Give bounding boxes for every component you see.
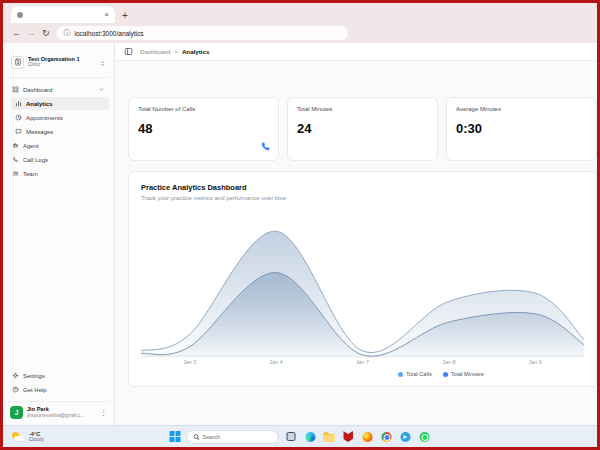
- task-view-icon[interactable]: [285, 430, 298, 443]
- site-info-icon[interactable]: ⓘ: [64, 28, 71, 38]
- bar-chart-icon: [15, 100, 22, 107]
- legend-label: Total Calls: [406, 371, 432, 377]
- bot-icon: [12, 142, 19, 149]
- sidebar-item-settings[interactable]: Settings: [8, 369, 109, 382]
- breadcrumb: Dashboard > Analytics: [140, 48, 209, 55]
- weather-text: -4°C Cloudy: [29, 431, 44, 443]
- new-tab-button[interactable]: +: [122, 10, 128, 21]
- user-name: Jin Park: [27, 406, 96, 413]
- phone-icon: [12, 156, 19, 163]
- browser-navbar: ← → ↻ ⓘ localhost:3000/analytics: [3, 23, 597, 43]
- sidebar-item-team[interactable]: Team: [8, 167, 109, 180]
- clock-icon: [15, 114, 22, 121]
- stat-card-value: 48: [138, 121, 269, 136]
- org-info: Test Organization 1 Clinic: [28, 56, 95, 68]
- x-tick-label: Jan 8: [442, 359, 455, 365]
- chevron-down-icon: [98, 86, 105, 93]
- area-chart: Jan 3Jan 4Jan 7Jan 8Jan 9 Total CallsTot…: [141, 210, 584, 377]
- app-window: Test Organization 1 Clinic Dashboard Ana…: [3, 43, 597, 425]
- weather-widget[interactable]: -4°C Cloudy: [11, 431, 44, 443]
- x-tick-label: Jan 4: [270, 359, 283, 365]
- stat-card-total-calls: Total Number of Calls 48: [128, 97, 279, 161]
- tab-strip: × +: [3, 3, 597, 23]
- chart-legend: Total CallsTotal Minutes: [398, 371, 584, 377]
- screenshot-frame: × + ← → ↻ ⓘ localhost:3000/analytics Tes…: [0, 0, 600, 450]
- sidebar-item-call-logs[interactable]: Call Logs: [8, 153, 109, 166]
- legend-item[interactable]: Total Minutes: [443, 371, 484, 377]
- edge-icon[interactable]: [304, 430, 317, 443]
- sidebar-item-appointments[interactable]: Appointments: [11, 111, 109, 124]
- sidebar-toggle-icon[interactable]: [124, 47, 133, 56]
- content-column: Dashboard > Analytics Total Number of Ca…: [115, 43, 597, 425]
- tab-close-icon[interactable]: ×: [104, 11, 109, 19]
- cloudy-weather-icon: [11, 431, 25, 443]
- sidebar-item-label: Agent: [23, 143, 39, 149]
- weather-condition: Cloudy: [29, 437, 44, 443]
- phone-badge-icon[interactable]: [260, 138, 271, 156]
- address-bar[interactable]: ⓘ localhost:3000/analytics: [56, 26, 348, 40]
- sidebar-item-dashboard[interactable]: Dashboard: [8, 83, 109, 96]
- stat-card-total-minutes: Total Minutes 24: [287, 97, 438, 161]
- breadcrumb-current: Analytics: [182, 48, 210, 55]
- legend-dot-icon: [398, 372, 403, 377]
- user-email: jinsjourneywithai@gmail.c...: [27, 413, 91, 419]
- stat-card-value: 24: [297, 121, 428, 136]
- refresh-icon[interactable]: ↻: [42, 29, 50, 38]
- forward-icon[interactable]: →: [27, 29, 36, 38]
- x-tick-label: Jan 7: [356, 359, 369, 365]
- stat-card-value: 0:30: [456, 121, 587, 136]
- app-header: Dashboard > Analytics: [115, 43, 597, 61]
- help-circle-icon: [12, 386, 19, 393]
- firefox-icon[interactable]: [361, 430, 374, 443]
- windows-start-icon[interactable]: [170, 431, 181, 442]
- sidebar-item-get-help[interactable]: Get Help: [8, 383, 109, 396]
- chrome-icon[interactable]: [380, 430, 393, 443]
- avatar: J: [10, 406, 23, 419]
- browser-tab[interactable]: ×: [11, 6, 115, 23]
- mcafee-icon[interactable]: [342, 430, 355, 443]
- org-switcher[interactable]: Test Organization 1 Clinic: [8, 51, 109, 78]
- stat-card-label: Total Minutes: [297, 106, 428, 112]
- stat-card-label: Average Minutes: [456, 106, 587, 112]
- search-label: Search: [203, 434, 221, 440]
- search-icon: [194, 434, 199, 439]
- dashboard-subitems: Analytics Appointments Messages: [11, 97, 109, 139]
- back-icon[interactable]: ←: [12, 29, 21, 38]
- sidebar-item-messages[interactable]: Messages: [11, 125, 109, 138]
- users-icon: [12, 170, 19, 177]
- analytics-panel: Practice Analytics Dashboard Track your …: [128, 171, 597, 387]
- taskbar-search[interactable]: Search: [187, 430, 279, 444]
- area-chart-svg: [141, 210, 584, 358]
- tab-favicon-icon: [17, 12, 23, 18]
- sidebar-item-label: Analytics: [26, 101, 53, 107]
- building-icon: [11, 56, 24, 69]
- sidebar-spacer: [8, 181, 109, 369]
- user-card[interactable]: J Jin Park jinsjourneywithai@gmail.c... …: [8, 401, 109, 420]
- sidebar-item-label: Team: [23, 171, 38, 177]
- file-explorer-icon[interactable]: [323, 430, 336, 443]
- stat-card-label: Total Number of Calls: [138, 106, 269, 112]
- breadcrumb-separator-icon: >: [174, 48, 178, 55]
- sidebar-item-analytics[interactable]: Analytics: [11, 97, 109, 110]
- sidebar: Test Organization 1 Clinic Dashboard Ana…: [3, 43, 115, 425]
- main-content: Total Number of Calls 48 Total Minutes 2…: [115, 61, 597, 425]
- taskbar-center: Search: [170, 426, 431, 447]
- whatsapp-icon[interactable]: [418, 430, 431, 443]
- legend-item[interactable]: Total Calls: [398, 371, 432, 377]
- x-tick-label: Jan 3: [183, 359, 196, 365]
- sidebar-item-label: Appointments: [26, 115, 63, 121]
- ellipsis-vertical-icon[interactable]: ⋮: [100, 409, 107, 417]
- message-icon: [15, 128, 22, 135]
- org-type: Clinic: [28, 62, 95, 68]
- x-tick-label: Jan 9: [529, 359, 542, 365]
- sidebar-item-label: Settings: [23, 373, 45, 379]
- sidebar-item-label: Call Logs: [23, 157, 48, 163]
- legend-label: Total Minutes: [451, 371, 484, 377]
- breadcrumb-parent[interactable]: Dashboard: [140, 48, 170, 55]
- windows-taskbar: -4°C Cloudy Search: [3, 425, 597, 447]
- sidebar-item-agent[interactable]: Agent: [8, 139, 109, 152]
- chevrons-up-down-icon: [99, 53, 106, 71]
- stat-card-average-minutes: Average Minutes 0:30: [446, 97, 597, 161]
- sidebar-item-label: Get Help: [23, 387, 47, 393]
- telegram-icon[interactable]: [399, 430, 412, 443]
